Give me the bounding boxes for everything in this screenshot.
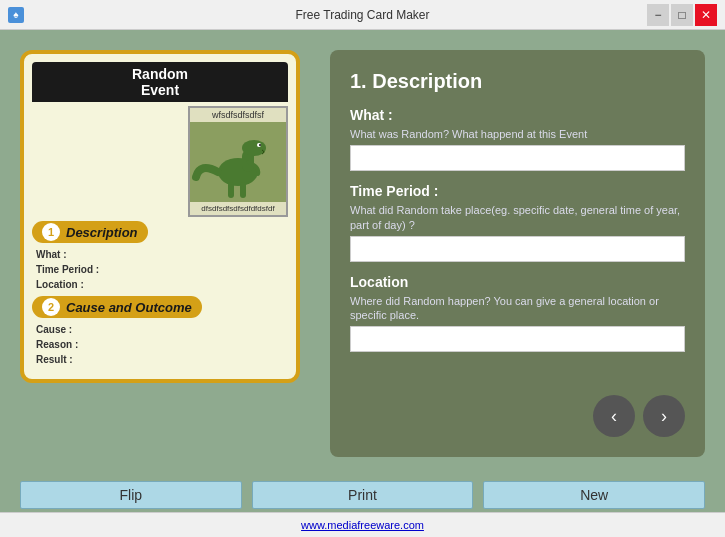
- description-heading: 1. Description: [350, 70, 685, 93]
- card-field-location: Location :: [32, 277, 288, 292]
- what-label: What :: [350, 107, 685, 123]
- new-button[interactable]: New: [483, 481, 705, 509]
- svg-rect-6: [228, 182, 234, 198]
- card-field-timeperiod: Time Period :: [32, 262, 288, 277]
- card-field-reason: Reason :: [32, 337, 288, 352]
- print-button[interactable]: Print: [252, 481, 474, 509]
- window-title: Free Trading Card Maker: [295, 8, 429, 22]
- card-field-what: What :: [32, 247, 288, 262]
- card-image-container: wfsdfsdfsdfsf: [188, 106, 288, 217]
- main-content: RandomEvent wfsdfsdfsdfsf: [0, 30, 725, 477]
- svg-point-5: [259, 144, 261, 146]
- card-image-area: wfsdfsdfsdfsf: [32, 106, 288, 217]
- card-field-result: Result :: [32, 352, 288, 367]
- next-button[interactable]: ›: [643, 395, 685, 437]
- footer: www.mediafreeware.com: [0, 512, 725, 537]
- time-period-group: Time Period : What did Random take place…: [350, 183, 685, 262]
- title-controls: − □ ✕: [647, 4, 717, 26]
- flip-button[interactable]: Flip: [20, 481, 242, 509]
- card-image-label-bottom: dfsdfsdfsdfsdfdfdsfdf: [190, 202, 286, 215]
- nav-buttons: ‹ ›: [350, 395, 685, 437]
- time-period-label: Time Period :: [350, 183, 685, 199]
- location-input[interactable]: [350, 326, 685, 352]
- close-button[interactable]: ✕: [695, 4, 717, 26]
- what-group: What : What was Random? What happend at …: [350, 107, 685, 171]
- location-label: Location: [350, 274, 685, 290]
- title-bar-left: ♠: [8, 7, 24, 23]
- svg-rect-7: [240, 182, 246, 198]
- section1-badge: 1 Description: [32, 221, 148, 243]
- section2-number: 2: [42, 298, 60, 316]
- card-field-cause: Cause :: [32, 322, 288, 337]
- app-icon: ♠: [8, 7, 24, 23]
- card-image-label-top: wfsdfsdfsdfsf: [190, 108, 286, 122]
- trading-card: RandomEvent wfsdfsdfsdfsf: [20, 50, 300, 383]
- title-bar: ♠ Free Trading Card Maker − □ ✕: [0, 0, 725, 30]
- footer-link[interactable]: www.mediafreeware.com: [301, 519, 424, 531]
- card-panel: RandomEvent wfsdfsdfsdfsf: [20, 50, 310, 457]
- dino-image: [190, 122, 286, 202]
- location-group: Location Where did Random happen? You ca…: [350, 274, 685, 353]
- section1-title: Description: [66, 225, 138, 240]
- time-period-input[interactable]: [350, 236, 685, 262]
- card-section-2: 2 Cause and Outcome Cause : Reason : Res…: [32, 296, 288, 367]
- bottom-bar: Flip Print New: [0, 477, 725, 512]
- card-header: RandomEvent: [32, 62, 288, 102]
- section2-badge: 2 Cause and Outcome: [32, 296, 202, 318]
- section2-title: Cause and Outcome: [66, 300, 192, 315]
- minimize-button[interactable]: −: [647, 4, 669, 26]
- location-description: Where did Random happen? You can give a …: [350, 294, 685, 323]
- right-panel: 1. Description What : What was Random? W…: [330, 50, 705, 457]
- what-description: What was Random? What happend at this Ev…: [350, 127, 685, 141]
- prev-button[interactable]: ‹: [593, 395, 635, 437]
- what-input[interactable]: [350, 145, 685, 171]
- maximize-button[interactable]: □: [671, 4, 693, 26]
- section1-number: 1: [42, 223, 60, 241]
- time-period-description: What did Random take place(eg. specific …: [350, 203, 685, 232]
- card-section-1: 1 Description What : Time Period : Locat…: [32, 221, 288, 292]
